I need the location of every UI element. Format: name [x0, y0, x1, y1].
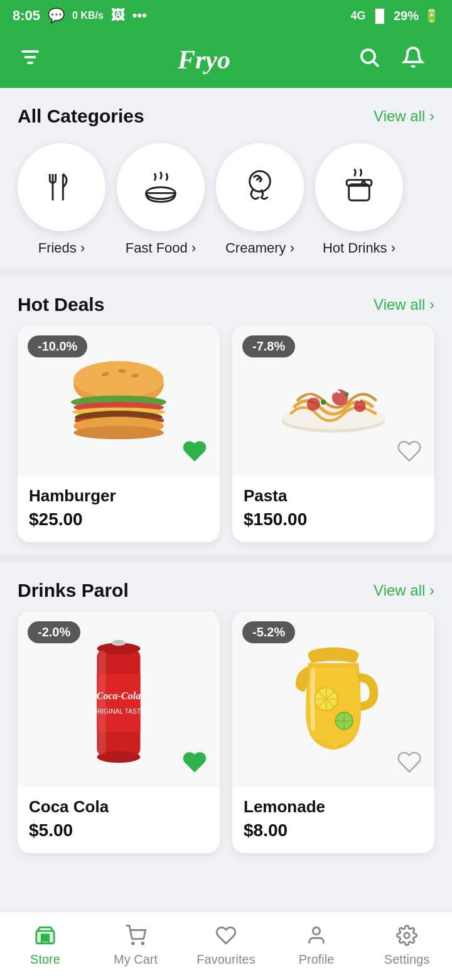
svg-point-26	[73, 426, 164, 439]
hot-deals-title: Hot Deals	[18, 294, 104, 315]
nav-item-store[interactable]: Store	[0, 925, 90, 967]
svg-rect-14	[347, 180, 372, 185]
settings-icon	[396, 925, 417, 949]
status-time: 8:05	[13, 8, 40, 24]
cart-icon	[125, 925, 146, 949]
main-content: All Categories View all › Frieds ›	[0, 88, 452, 941]
category-label-fastfood: Fast Food ›	[126, 240, 196, 256]
favourite-pasta[interactable]	[394, 436, 424, 466]
hot-deals-view-all[interactable]: View all ›	[374, 296, 434, 313]
card-info-cola: Coca Cola $5.00	[18, 787, 220, 853]
drinks-parol-header: Drinks Parol View all ›	[0, 562, 452, 611]
status-bar: 8:05 💬 0 KB/s 🖼 ••• 4G ▐▌ 29% 🔋	[0, 0, 452, 31]
card-info-pasta: Pasta $150.00	[232, 476, 434, 542]
svg-point-53	[132, 942, 134, 944]
card-name-juice: Lemonade	[244, 797, 423, 817]
network-4g: 4G	[351, 9, 366, 23]
discount-juice: -5.2%	[242, 621, 295, 643]
gallery-icon: 🖼	[111, 8, 125, 24]
battery-label: 29%	[394, 9, 419, 23]
category-circle-frieds	[18, 143, 105, 231]
data-icon: 0 KB/s	[72, 10, 104, 21]
more-icon: •••	[132, 8, 147, 24]
divider-2	[0, 555, 452, 562]
nav-label-favourites: Favourites	[196, 952, 255, 967]
svg-rect-40	[99, 650, 106, 755]
nav-label-settings: Settings	[384, 952, 429, 967]
app-header: Fryo	[0, 31, 452, 88]
store-icon	[35, 925, 56, 949]
drinks-parol-row: -2.0% Coca-Cola ORIGINAL TASTE	[0, 611, 452, 866]
category-item-hotdrinks[interactable]: Hot Drinks ›	[315, 143, 403, 256]
svg-line-4	[374, 62, 379, 67]
discount-cola: -2.0%	[28, 621, 80, 643]
category-item-fastfood[interactable]: Fast Food ›	[117, 143, 205, 256]
svg-point-17	[73, 361, 164, 398]
svg-point-31	[354, 400, 366, 412]
svg-point-54	[142, 942, 144, 944]
svg-point-33	[345, 392, 348, 396]
nav-label-store: Store	[30, 952, 60, 967]
card-juice[interactable]: -5.2%	[232, 611, 434, 853]
svg-point-56	[404, 933, 410, 939]
discount-hamburger: -10.0%	[28, 335, 87, 357]
category-label-hotdrinks: Hot Drinks ›	[323, 240, 396, 256]
favourite-hamburger[interactable]	[180, 436, 210, 466]
all-categories-title: All Categories	[18, 106, 144, 127]
battery-icon: 🔋	[424, 8, 439, 23]
svg-rect-42	[114, 640, 123, 644]
card-price-juice: $8.00	[244, 820, 423, 841]
all-categories-view-all[interactable]: View all ›	[374, 107, 434, 125]
card-image-hamburger: -10.0%	[18, 325, 220, 476]
favourite-juice[interactable]	[394, 747, 424, 777]
nav-item-settings[interactable]: Settings	[362, 925, 452, 967]
category-label-frieds: Frieds ›	[38, 240, 85, 256]
drinks-parol-view-all[interactable]: View all ›	[374, 582, 434, 599]
card-info-hamburger: Hamburger $25.00	[18, 476, 220, 542]
svg-point-3	[362, 50, 375, 63]
card-image-pasta: -7.8%	[232, 325, 434, 476]
divider-1	[0, 269, 452, 276]
heart-icon	[215, 925, 237, 949]
filter-icon[interactable]	[19, 46, 50, 74]
card-image-juice: -5.2%	[232, 611, 434, 787]
svg-rect-52	[43, 936, 48, 940]
profile-icon	[306, 925, 327, 949]
hot-deals-row: -10.0%	[0, 325, 452, 555]
card-cola[interactable]: -2.0% Coca-Cola ORIGINAL TASTE	[18, 611, 220, 853]
category-item-creamery[interactable]: Creamery ›	[216, 143, 304, 256]
favourite-cola[interactable]	[180, 747, 210, 777]
nav-item-profile[interactable]: Profile	[271, 925, 362, 967]
card-pasta[interactable]: -7.8%	[232, 325, 434, 542]
bottom-navigation: Store My Cart Favourites Profile	[0, 911, 452, 980]
all-categories-header: All Categories View all ›	[0, 88, 452, 137]
svg-point-55	[313, 927, 320, 934]
card-name-hamburger: Hamburger	[29, 486, 208, 506]
card-name-pasta: Pasta	[244, 486, 423, 506]
card-info-juice: Lemonade $8.00	[232, 787, 434, 853]
card-price-cola: $5.00	[29, 820, 208, 841]
category-label-creamery: Creamery ›	[225, 240, 294, 256]
category-item-frieds[interactable]: Frieds ›	[18, 143, 105, 256]
app-title: Fryo	[50, 45, 358, 75]
nav-item-favourites[interactable]: Favourites	[181, 925, 271, 967]
hot-deals-header: Hot Deals View all ›	[0, 276, 452, 325]
nav-item-mycart[interactable]: My Cart	[90, 925, 181, 967]
svg-point-15	[362, 182, 365, 185]
card-price-pasta: $150.00	[244, 509, 423, 530]
card-price-hamburger: $25.00	[29, 509, 208, 530]
notification-icon[interactable]	[402, 46, 433, 74]
category-circle-fastfood	[117, 143, 205, 231]
card-name-cola: Coca Cola	[29, 797, 208, 817]
drinks-parol-title: Drinks Parol	[18, 580, 129, 601]
category-circle-creamery	[216, 143, 304, 231]
card-hamburger[interactable]: -10.0%	[18, 325, 220, 542]
category-circle-hotdrinks	[315, 143, 403, 231]
search-icon[interactable]	[358, 46, 389, 74]
svg-point-32	[321, 400, 326, 405]
nav-label-mycart: My Cart	[114, 952, 158, 967]
categories-row: Frieds › Fast Food ›	[0, 137, 452, 269]
svg-rect-13	[349, 184, 370, 200]
card-image-cola: -2.0% Coca-Cola ORIGINAL TASTE	[18, 611, 220, 787]
nav-label-profile: Profile	[299, 952, 335, 967]
